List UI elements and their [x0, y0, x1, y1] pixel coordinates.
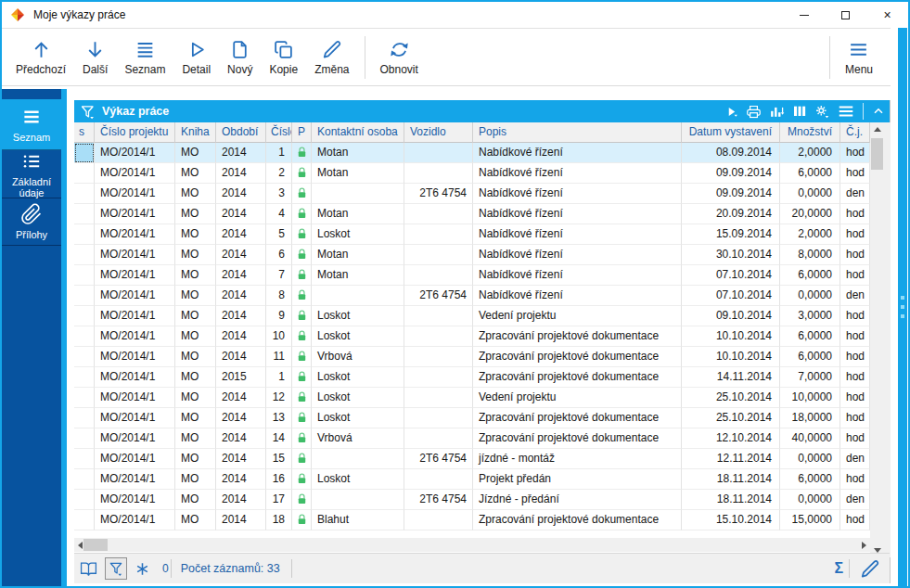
- sidebar: SeznamZákladníúdajePřílohy: [2, 89, 61, 586]
- table-row[interactable]: MO/2014/1MO20149LoskotVedení projektu09.…: [74, 306, 870, 326]
- filter-icon[interactable]: [80, 104, 96, 120]
- chart-icon[interactable]: [769, 104, 785, 120]
- table-row[interactable]: MO/2014/1MO201482T6 4754Nabídkové řízení…: [74, 286, 870, 306]
- cell-s: [74, 449, 95, 469]
- table-row[interactable]: MO/2014/1MO201411VrbováZpracování projek…: [74, 347, 870, 367]
- toolbar-button-obnovit[interactable]: Obnovit: [372, 35, 427, 80]
- close-button[interactable]: ×: [866, 2, 908, 28]
- column-header-mnozstvi[interactable]: Množství: [780, 122, 840, 143]
- toolbar-button-predchozi[interactable]: Předchozí: [7, 35, 74, 80]
- window-title: Moje výkazy práce: [33, 8, 125, 21]
- book-icon[interactable]: [80, 560, 97, 578]
- toolbar-button-novy[interactable]: Nový: [219, 35, 261, 80]
- table-row[interactable]: MO/2014/1MO201410LoskotZpracování projek…: [74, 326, 870, 347]
- sum-button[interactable]: Σ: [830, 560, 847, 577]
- sidebar-item-seznam[interactable]: Seznam: [2, 99, 61, 150]
- edit-icon[interactable]: [859, 558, 880, 580]
- scroll-right-arrow[interactable]: [862, 542, 866, 549]
- cell-datum: 18.11.2014: [682, 490, 780, 510]
- cell-popis: Nabídkové řízení: [473, 143, 682, 163]
- scroll-up-arrow[interactable]: [870, 122, 884, 136]
- table-row[interactable]: MO/2014/1MO201432T6 4754Nabídkové řízení…: [74, 184, 870, 204]
- scroll-left-arrow[interactable]: [78, 542, 83, 549]
- cell-s: [74, 388, 95, 408]
- arrow-up-icon: [31, 39, 52, 60]
- cell-popis: Zpracování projektové dokumentace: [473, 510, 682, 530]
- table-row[interactable]: MO/2014/1MO20141MotanNabídkové řízení08.…: [74, 143, 870, 163]
- column-header-cislo[interactable]: Číslo: [266, 122, 292, 143]
- column-header-osoba[interactable]: Kontaktní osoba: [312, 122, 404, 143]
- table-row[interactable]: MO/2014/1MO20144MotanNabídkové řízení20.…: [74, 204, 870, 224]
- cell-kniha: MO: [175, 224, 216, 245]
- side-list-icon: [20, 106, 43, 128]
- column-header-obdobi[interactable]: Období: [216, 122, 266, 143]
- sidebar-item-zakladni-udaje[interactable]: Základníúdaje: [2, 150, 61, 198]
- cell-obdobi: 2014: [216, 245, 266, 265]
- table-row[interactable]: MO/2014/1MO20147MotanNabídkové řízení07.…: [74, 265, 870, 286]
- cell-projekt: MO/2014/1: [95, 306, 175, 326]
- table-row[interactable]: MO/2014/1MO201418BlahutZpracování projek…: [74, 510, 870, 530]
- toolbar-button-dalsi[interactable]: Další: [74, 35, 116, 80]
- panel-splitter[interactable]: [898, 28, 907, 586]
- horizontal-scroll-thumb[interactable]: [83, 539, 108, 551]
- column-header-p[interactable]: P: [292, 122, 312, 143]
- cell-s: [74, 184, 95, 204]
- table-row[interactable]: MO/2014/1MO20146MotanNabídkové řízení30.…: [74, 245, 870, 265]
- toolbar-button-zmena[interactable]: Změna: [306, 35, 357, 80]
- cell-s: [74, 469, 95, 490]
- cell-kniha: MO: [175, 367, 216, 388]
- menu-button[interactable]: Menu: [837, 35, 881, 80]
- splitter-grip-icon: [901, 314, 904, 318]
- side-detail-icon: [20, 150, 43, 173]
- table-row[interactable]: MO/2014/1MO201413LoskotZpracování projek…: [74, 408, 870, 428]
- column-header-kniha[interactable]: Kniha: [175, 122, 216, 143]
- toolbar-button-detail[interactable]: Detail: [173, 35, 219, 80]
- filter-toggle-button[interactable]: [105, 557, 127, 580]
- cell-kniha: MO: [175, 490, 216, 510]
- vertical-scroll-thumb[interactable]: [871, 138, 883, 170]
- cell-vozidlo: 2T6 4754: [404, 490, 473, 510]
- cell-osoba: Motan: [312, 265, 404, 286]
- toolbar-button-kopie[interactable]: Kopie: [261, 35, 306, 80]
- column-header-vozidlo[interactable]: Vozidlo: [404, 122, 473, 143]
- column-header-datum[interactable]: Datum vystavení: [682, 122, 780, 143]
- sidebar-item-prilohy[interactable]: Přílohy: [2, 198, 61, 246]
- cell-projekt: MO/2014/1: [95, 408, 175, 428]
- table-row[interactable]: MO/2014/1MO201414VrbováZpracování projek…: [74, 428, 870, 449]
- minimize-button[interactable]: [783, 2, 825, 28]
- refresh-icon: [389, 39, 410, 60]
- column-header-projekt[interactable]: Číslo projektu: [95, 122, 175, 143]
- table-row[interactable]: MO/2014/1MO2014152T6 4754jízdné - montáž…: [74, 449, 870, 469]
- cell-osoba: Loskot: [312, 469, 404, 490]
- cell-datum: 09.10.2014: [682, 306, 780, 326]
- columns-icon[interactable]: [792, 104, 807, 119]
- vertical-scrollbar[interactable]: [870, 122, 884, 557]
- column-header-popis[interactable]: Popis: [473, 122, 682, 143]
- cell-mnozstvi: 6,0000: [780, 326, 840, 347]
- list-white-icon[interactable]: [837, 102, 855, 121]
- gear-icon[interactable]: [814, 104, 829, 119]
- cell-kniha: MO: [175, 265, 216, 286]
- cell-osoba: Blahut: [312, 510, 404, 530]
- printer-icon[interactable]: [746, 104, 762, 120]
- play-small-icon[interactable]: [724, 105, 738, 119]
- cell-projekt: MO/2014/1: [95, 449, 175, 469]
- cell-cislo: 1: [266, 367, 292, 388]
- toolbar-button-seznam[interactable]: Seznam: [116, 35, 173, 80]
- table-row[interactable]: MO/2014/1MO201412LoskotVedení projektu25…: [74, 388, 870, 408]
- table-row[interactable]: MO/2014/1MO20142MotanNabídkové řízení09.…: [74, 163, 870, 184]
- collapse-icon[interactable]: [871, 104, 886, 119]
- table-row[interactable]: MO/2014/1MO20151LoskotZpracování projekt…: [74, 367, 870, 388]
- snowflake-icon[interactable]: [135, 561, 150, 577]
- table-row[interactable]: MO/2014/1MO20145LoskotNabídkové řízení15…: [74, 224, 870, 245]
- cell-cj: den: [840, 184, 870, 204]
- table-row[interactable]: MO/2014/1MO201416LoskotProjekt předán18.…: [74, 469, 870, 490]
- column-header-s[interactable]: s: [74, 122, 95, 143]
- horizontal-scrollbar[interactable]: [74, 538, 870, 552]
- cell-cislo: 2: [266, 163, 292, 184]
- cell-kniha: MO: [175, 326, 216, 347]
- cell-osoba: [312, 490, 404, 510]
- maximize-button[interactable]: [825, 2, 866, 28]
- table-row[interactable]: MO/2014/1MO2014172T6 4754Jízdné - předán…: [74, 490, 870, 510]
- column-header-cj[interactable]: Č.j.: [840, 122, 870, 143]
